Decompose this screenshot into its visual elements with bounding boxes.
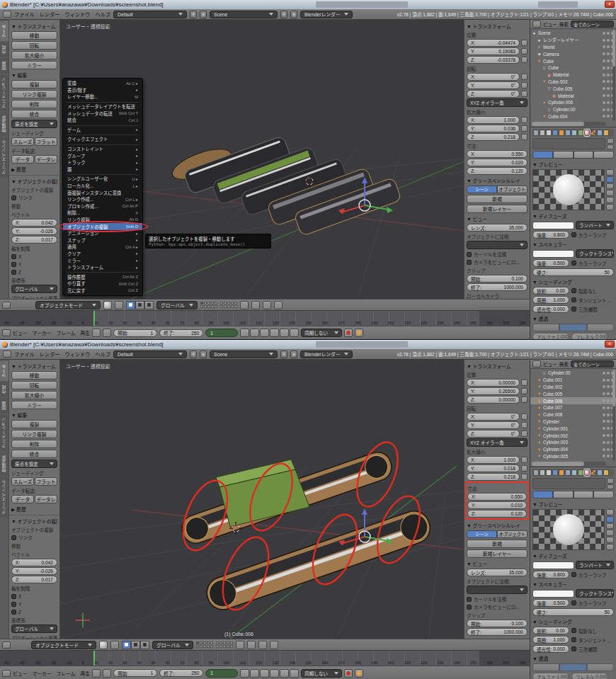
gp-object-button[interactable]: オブジェクト <box>497 186 527 193</box>
properties-tab-icon[interactable] <box>571 469 577 476</box>
snap-element-icon[interactable] <box>247 641 256 649</box>
set-origin-dropdown[interactable]: 原点を設定 <box>11 120 57 128</box>
vector-field[interactable]: Z:0.017 <box>11 236 57 244</box>
transform-panel-header[interactable]: ▼ トランスフォーム <box>467 363 527 370</box>
render-opengl-icon[interactable] <box>263 301 271 309</box>
tool-button[interactable]: 移動 <box>11 371 57 380</box>
current-frame-field[interactable]: 1 <box>205 329 238 337</box>
context-menu-item[interactable]: 統合Ctrl J <box>63 117 142 124</box>
outliner-row[interactable]: ▼Cube.003 <box>530 79 616 86</box>
playback-button[interactable] <box>240 669 249 678</box>
outliner-row[interactable]: ▼Cylinder.004 <box>530 446 616 453</box>
frame-end-field[interactable]: 終了:250 <box>159 329 203 337</box>
current-frame-field[interactable]: 1 <box>205 669 238 678</box>
checkbox[interactable] <box>11 270 16 275</box>
rotation-field[interactable]: X:0° <box>467 73 520 81</box>
context-menu-item[interactable]: オブジェクトの複製Shift D <box>63 223 142 230</box>
location-field[interactable]: Y:0.19083 <box>467 47 520 55</box>
rotate-manipulator-button[interactable] <box>131 641 140 649</box>
context-menu-item[interactable]: トラック▸ <box>63 159 142 166</box>
camera-lock-row[interactable]: カメラをビューにロ... <box>467 603 527 610</box>
axis-checkbox-row[interactable]: X <box>11 253 57 260</box>
axis-checkbox-row[interactable]: Z <box>11 268 57 275</box>
hardness-field[interactable]: 硬さ:50 <box>532 608 614 616</box>
scale-field[interactable]: Y:0.036 <box>467 125 520 132</box>
context-menu-item[interactable]: リンク作成...Ctrl L ▸ <box>63 196 142 203</box>
playback-button[interactable] <box>240 329 249 337</box>
context-menu-item[interactable]: メッシュデータの転送Shift Ctrl T <box>63 110 142 117</box>
context-menu-item[interactable] <box>67 134 139 135</box>
outliner-row[interactable]: ▽Cube <box>530 64 616 72</box>
render-engine-selector[interactable]: Blenderレンダー <box>300 11 353 18</box>
outliner-row[interactable]: ▼Cube.001 <box>530 377 616 384</box>
outliner-row[interactable]: ◉Material <box>530 92 616 99</box>
material-type-tab[interactable] <box>532 491 553 498</box>
lock-cursor-row[interactable]: カーソルを注視 <box>467 251 527 258</box>
tool-shelf-tab[interactable]: 関連 <box>0 398 8 413</box>
timeline-menu-item[interactable]: マーカー <box>32 329 51 336</box>
tool-button[interactable]: 拡大縮小 <box>11 391 57 399</box>
lock-icon[interactable] <box>521 48 527 55</box>
render-opengl-anim-icon[interactable] <box>274 301 283 309</box>
layers-widget[interactable] <box>220 302 237 308</box>
editor-type-icon[interactable] <box>2 670 11 677</box>
gp-new-layer-button[interactable]: 新規レイヤー <box>467 205 527 213</box>
shade-flat-button[interactable]: フラット <box>35 477 57 486</box>
tool-shelf-tab[interactable]: アニメーション <box>0 414 8 451</box>
pivot-center-icon[interactable] <box>115 301 123 309</box>
context-menu-item[interactable] <box>67 101 139 103</box>
lock-object-field[interactable] <box>467 586 527 594</box>
preview-hair-button[interactable] <box>606 197 614 203</box>
checkbox[interactable] <box>11 262 16 267</box>
checkbox[interactable] <box>571 646 576 651</box>
preview-range-icon[interactable] <box>92 329 101 337</box>
checkbox[interactable] <box>11 594 16 599</box>
scale-field[interactable]: Z:0.218 <box>467 133 520 141</box>
timeline-ruler[interactable]: -50-40-30-20-100102030405060708090100110… <box>0 650 530 666</box>
context-menu-item[interactable]: 変換Alt C ▸ <box>63 80 142 87</box>
lock-icon[interactable] <box>521 82 527 89</box>
checkbox[interactable] <box>571 297 576 302</box>
preview-hair-button[interactable] <box>606 537 614 543</box>
shading-panel-header[interactable]: ▼ シェーディング <box>532 278 614 285</box>
add-layout-button[interactable]: + <box>190 350 197 358</box>
transfer-data-layout-button[interactable]: データレ <box>35 495 57 503</box>
grease-pencil-panel-header[interactable]: ▼ グリースペンシルレイ <box>467 522 527 529</box>
context-menu-item[interactable]: プロキシ作成...Ctrl Alt P <box>63 203 142 210</box>
layers-widget[interactable] <box>216 641 233 648</box>
outliner-row[interactable]: ◆Camera <box>530 50 616 57</box>
outliner-row[interactable]: ▼Cube.008 <box>530 411 616 418</box>
dimension-field[interactable]: X:0.550 <box>467 493 527 501</box>
preview-sphere-button[interactable] <box>606 176 614 183</box>
translate-manipulator-button[interactable] <box>122 641 131 649</box>
location-field[interactable]: X:0.00000 <box>467 379 520 387</box>
outliner-row[interactable]: ●World <box>530 44 616 51</box>
sync-dropdown[interactable]: 同期しない <box>301 329 342 337</box>
lens-field[interactable]: レンズ:35.000 <box>467 224 527 232</box>
timeline-menu-item[interactable]: ビュー <box>13 329 27 336</box>
context-menu-item[interactable]: トランスフォーム▸ <box>63 264 142 271</box>
properties-tab-icon[interactable] <box>546 130 552 136</box>
editor-type-icon[interactable] <box>2 302 11 309</box>
gp-scene-button[interactable]: シーン <box>467 530 497 538</box>
vector-field[interactable]: Y:-0.026 <box>11 227 57 235</box>
window-close-button[interactable]: × <box>605 341 615 348</box>
keying-set-button[interactable] <box>355 329 363 337</box>
tool-button[interactable]: 移動 <box>11 31 57 40</box>
vector-field[interactable]: Y:-0.026 <box>11 567 57 575</box>
delete-layout-button[interactable]: × <box>200 11 207 18</box>
tool-shelf-tab[interactable]: 作成 <box>0 42 8 57</box>
snap-magnet-icon[interactable] <box>240 301 249 309</box>
preview-flat-button[interactable] <box>606 509 614 515</box>
location-field[interactable]: Z:0.00000 <box>467 396 520 404</box>
lock-time-icon[interactable] <box>103 669 111 678</box>
lock-icon[interactable] <box>521 430 527 437</box>
lock-icon[interactable] <box>521 134 527 140</box>
tool-shelf-tab[interactable]: ツール <box>0 361 8 381</box>
outliner-row[interactable]: ▼Cube <box>530 57 616 64</box>
dimension-field[interactable]: X:0.550 <box>467 150 527 158</box>
gp-object-button[interactable]: オブジェクト <box>497 530 527 538</box>
checkbox[interactable] <box>467 597 472 602</box>
context-menu-item[interactable] <box>67 271 139 273</box>
viewport-3d[interactable]: ユーザー・透視投影 (1) Cube.006 <box>60 360 464 639</box>
